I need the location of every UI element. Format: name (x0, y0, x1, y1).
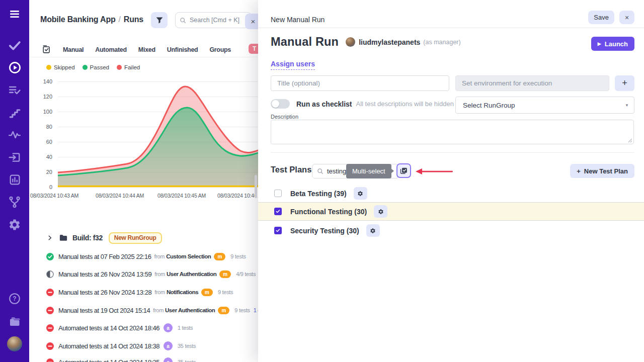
menu-icon[interactable] (8, 7, 22, 21)
run-item[interactable]: Manual tests at 26 Nov 2024 13:28 from N… (29, 286, 258, 298)
scrollbar-thumb[interactable] (255, 175, 257, 198)
status-failed-icon (46, 289, 54, 296)
rungroup-select[interactable]: Select RunGroup ▼ (455, 97, 634, 114)
tab-manual[interactable]: Manual (63, 46, 84, 53)
automated-badge: a (164, 357, 173, 362)
save-button[interactable]: Save (588, 11, 614, 24)
test-plans-heading: Test Plans (271, 165, 311, 174)
environment-input[interactable]: Set environment for execution (455, 75, 609, 91)
activity-icon[interactable] (8, 128, 22, 142)
folder-icon (59, 233, 68, 242)
new-test-plan-button[interactable]: + New Test Plan (570, 164, 634, 178)
x-tick-1: 08/03/2024 10:44 AM (96, 193, 144, 199)
funnel-icon (155, 16, 164, 24)
tab-total-badge[interactable]: T (249, 44, 258, 54)
user-avatar[interactable] (7, 336, 22, 351)
new-run-panel: New Manual Run Save × Manual Run liudmyl… (258, 0, 644, 362)
check-icon[interactable] (8, 38, 22, 52)
tab-unfinished[interactable]: Unfinished (167, 46, 198, 53)
report-icon[interactable] (8, 172, 22, 187)
annotation-arrow (415, 167, 453, 175)
filter-button[interactable] (151, 12, 168, 28)
breadcrumb-project[interactable]: Mobile Banking App (40, 15, 116, 24)
test-plan-row-selected[interactable]: Functional Testing (30) (258, 202, 644, 221)
run-item[interactable]: Automated tests at 14 Oct 2024 18:38 a 3… (29, 340, 258, 352)
automated-badge: a (164, 341, 173, 350)
chevron-down-icon: ▼ (625, 103, 629, 108)
checklist-toggle-row: Run as checklist All test descriptions w… (271, 99, 454, 109)
close-button[interactable]: × (619, 11, 634, 24)
add-environment-button[interactable]: + (615, 75, 634, 91)
checklist-label: Run as checklist (296, 100, 352, 108)
run-item[interactable]: Automated tests at 14 Oct 2024 18:35 a 3… (29, 356, 258, 362)
test-plan-row[interactable]: Security Testing (30) (258, 221, 644, 240)
plan-settings-button[interactable] (374, 205, 387, 218)
defects-link[interactable]: 1 defect (254, 307, 258, 313)
checkbox-unchecked[interactable] (274, 190, 282, 197)
runs-tabs: Manual Automated Mixed Unfinished Groups… (29, 42, 258, 57)
area-chart (58, 81, 258, 188)
panel-header: New Manual Run Save × (258, 0, 644, 28)
run-item[interactable]: Automated tests at 14 Oct 2024 18:46 a 1… (29, 322, 258, 334)
title-input[interactable]: Title (optional) (271, 75, 449, 91)
checkbox-checked[interactable] (274, 208, 282, 215)
status-failed-icon (46, 324, 54, 332)
manager-role: (as manager) (423, 39, 460, 46)
manager-avatar (346, 37, 355, 47)
tab-mixed[interactable]: Mixed (138, 46, 155, 53)
stairs-icon[interactable] (8, 106, 22, 120)
resize-handle[interactable] (628, 138, 632, 143)
sign-in-icon[interactable] (8, 150, 22, 164)
checklist-toggle[interactable] (271, 99, 290, 109)
projects-icon[interactable] (8, 314, 22, 328)
multi-select-icon (399, 166, 408, 175)
checkbox-checked[interactable] (274, 227, 282, 234)
status-failed-icon (46, 358, 54, 362)
search-input[interactable]: Search [Cmd + K] (175, 12, 252, 28)
manual-badge: m (201, 289, 213, 296)
tab-groups[interactable]: Groups (209, 46, 231, 53)
runs-list-panel: Mobile Banking App/Runs Search [Cmd + K]… (29, 0, 258, 362)
select-runs-icon[interactable] (42, 45, 51, 54)
x-tick-0: 08/03/2024 10:43 AM (30, 193, 78, 199)
description-label: Description (271, 114, 298, 120)
passed-dot (83, 65, 88, 70)
status-failed-icon (46, 342, 54, 350)
rungroup-row[interactable]: Build: f32 New RunGroup (29, 232, 258, 244)
multi-select-tooltip: Multi-select (346, 164, 391, 178)
chevron-right-icon[interactable] (46, 234, 53, 241)
status-partial-icon (46, 270, 54, 278)
launch-button[interactable]: ▶ Launch (591, 37, 634, 51)
divider (271, 152, 634, 153)
search-icon (317, 168, 324, 174)
list-check-icon[interactable] (8, 83, 22, 97)
play-circle-icon[interactable] (8, 60, 22, 74)
run-item[interactable]: Manual tests at 07 Feb 2025 22:16 from C… (29, 250, 258, 262)
tab-automated[interactable]: Automated (95, 46, 127, 53)
test-plan-row[interactable]: Beta Testing (39) (258, 184, 644, 203)
description-textarea[interactable] (271, 120, 634, 144)
status-failed-icon (46, 307, 54, 314)
assign-users-link[interactable]: Assign users (271, 60, 315, 70)
play-icon: ▶ (598, 41, 601, 46)
checklist-hint: All test descriptions will be hidden (356, 100, 454, 108)
run-item[interactable]: Manual tests at 19 Oct 2024 15:14 from U… (29, 304, 258, 316)
run-title: Manual Run (271, 35, 339, 49)
plan-settings-button[interactable] (366, 224, 380, 237)
plan-settings-button[interactable] (354, 187, 367, 200)
manager-name[interactable]: liudmylastepanets (359, 38, 420, 46)
legend-skipped: Skipped (46, 64, 75, 70)
breadcrumb: Mobile Banking App/Runs (40, 15, 143, 24)
run-item[interactable]: Manual tests at 26 Nov 2024 13:59 from U… (29, 268, 258, 280)
help-icon[interactable]: ? (8, 292, 22, 306)
branch-icon[interactable] (8, 195, 22, 209)
search-icon (180, 17, 186, 24)
new-rungroup-badge[interactable]: New RunGroup (109, 232, 162, 244)
gear-icon[interactable] (8, 218, 22, 232)
close-panel-button[interactable]: × (245, 14, 258, 29)
skipped-dot (46, 65, 51, 70)
multi-select-button[interactable] (396, 163, 411, 178)
manual-badge: m (219, 270, 231, 278)
chart-legend: Skipped Passed Failed (46, 64, 140, 70)
breadcrumb-page: Runs (124, 15, 143, 24)
